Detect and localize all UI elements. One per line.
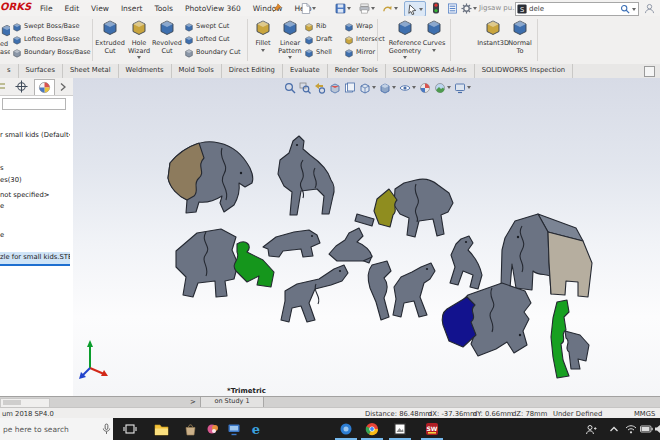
ribbon-button-revolved-cut[interactable]: RevolvedCut: [152, 18, 182, 62]
ribbon-button-hole-wizard[interactable]: HoleWizard: [126, 18, 152, 62]
taskbar-photos-icon[interactable]: [387, 420, 413, 438]
tray-battery-icon[interactable]: [639, 423, 653, 435]
ribbon-tab-weldments[interactable]: Weldments: [119, 64, 172, 78]
dropdown-icon[interactable]: [403, 56, 407, 59]
taskbar-edge-icon[interactable]: e: [243, 420, 269, 438]
units-indicator[interactable]: MMGS: [634, 410, 655, 418]
puzzle-animal-elephant[interactable]: [501, 214, 592, 297]
display-manager-tab[interactable]: [34, 79, 55, 95]
taskbar-blue-circle-icon[interactable]: [333, 420, 359, 438]
taskbar-search-box[interactable]: pe here to search: [0, 418, 113, 440]
ribbon-button-mirror[interactable]: Mirror: [344, 46, 375, 58]
dropdown-icon[interactable]: [467, 86, 471, 89]
dropdown-icon[interactable]: [392, 86, 396, 89]
qat-save-icon[interactable]: [335, 1, 351, 15]
menu-edit[interactable]: Edit: [59, 4, 86, 13]
microphone-icon[interactable]: [102, 423, 111, 435]
puzzle-animal-rhino[interactable]: [176, 229, 274, 297]
tab-scroll-right-icon[interactable]: >: [190, 398, 196, 406]
headsup-dynamic-annotation-icon[interactable]: [344, 82, 356, 94]
headsup-zoom-to-fit-icon[interactable]: [284, 82, 296, 94]
tree-item-6[interactable]: zle for small kids.STEP: [0, 252, 70, 266]
dropdown-icon[interactable]: [412, 86, 416, 89]
user-account-icon[interactable]: [644, 1, 655, 15]
tree-item-1[interactable]: s: [0, 163, 70, 174]
puzzle-animal-bison[interactable]: [442, 283, 531, 356]
headsup-display-style-icon[interactable]: [379, 82, 396, 94]
ribbon-button-normal-to[interactable]: NormalTo: [508, 18, 532, 62]
headsup-view-orientation-icon[interactable]: [359, 82, 376, 94]
dropdown-icon[interactable]: [371, 7, 375, 10]
dropdown-icon[interactable]: [394, 7, 398, 10]
menu-window[interactable]: Window: [247, 4, 289, 13]
dropdown-icon[interactable]: [261, 49, 265, 52]
taskbar-file-explorer-icon[interactable]: [148, 420, 174, 438]
property-manager-tab[interactable]: [12, 79, 31, 94]
taskbar-task-view-icon[interactable]: [117, 420, 143, 438]
menu-tools[interactable]: Tools: [148, 4, 178, 13]
dropdown-icon[interactable]: [419, 8, 423, 11]
qat-new-document-icon[interactable]: [300, 1, 316, 15]
puzzle-animal-bear[interactable]: [168, 142, 253, 213]
menu-photoview-360[interactable]: PhotoView 360: [179, 4, 247, 13]
tree-item-3[interactable]: not specified>: [0, 190, 70, 201]
headsup-hide-show-items-icon[interactable]: [399, 82, 416, 94]
ribbon-tab-direct-editing[interactable]: Direct Editing: [222, 64, 283, 78]
graphics-viewport[interactable]: [73, 78, 660, 396]
taskbar-chrome-icon[interactable]: [359, 420, 385, 438]
search-dropdown-icon[interactable]: [632, 8, 636, 11]
ribbon-button-shell[interactable]: Shell: [304, 46, 332, 58]
ribbon-button-instant3d[interactable]: Instant3D: [478, 18, 508, 62]
pin-icon[interactable]: [272, 1, 282, 15]
tray-network-icon[interactable]: [624, 423, 638, 435]
tray-volume-icon[interactable]: [652, 423, 660, 435]
qat-traffic-light-icon[interactable]: [432, 1, 440, 15]
qat-select-cursor-icon[interactable]: [404, 1, 426, 17]
taskbar-solidworks-app-icon[interactable]: SW: [419, 420, 445, 438]
qat-properties-list-icon[interactable]: [447, 1, 458, 15]
ribbon-button-fillet[interactable]: Fillet: [250, 18, 276, 62]
menu-view[interactable]: View: [85, 4, 115, 13]
dropdown-icon[interactable]: [432, 49, 436, 52]
ribbon-button-swept-boss-base[interactable]: Swept Boss/Base: [12, 20, 79, 32]
dropdown-icon[interactable]: [137, 56, 141, 59]
tray-tray-chevron-icon[interactable]: [607, 423, 621, 435]
ribbon-tab-solidworks-add-ins[interactable]: SOLIDWORKS Add-Ins: [386, 64, 475, 78]
headsup-edit-appearance-icon[interactable]: [419, 82, 431, 94]
headsup-section-view-icon[interactable]: [329, 82, 341, 94]
ribbon-button-reference-geometry[interactable]: ReferenceGeometry: [388, 18, 422, 62]
tray-people-icon[interactable]: [584, 423, 598, 435]
ribbon-button-curves[interactable]: Curves: [422, 18, 446, 62]
ribbon-button-lofted-boss-base[interactable]: Lofted Boss/Base: [12, 33, 80, 45]
ribbon-button-boundary-cut[interactable]: Boundary Cut: [184, 46, 241, 58]
dropdown-icon[interactable]: [372, 86, 376, 89]
puzzle-animal-dog-lying[interactable]: [263, 230, 320, 257]
menu-file[interactable]: File: [34, 4, 59, 13]
ribbon-button-extruded-cut[interactable]: ExtrudedCut: [96, 18, 124, 62]
puzzle-animal-camel[interactable]: [374, 179, 453, 237]
ribbon-tab-sheet-metal[interactable]: Sheet Metal: [63, 64, 119, 78]
puzzle-animal-llama[interactable]: [368, 261, 435, 320]
tree-item-0[interactable]: r small kids (Default<: [0, 130, 70, 141]
dropdown-icon[interactable]: [473, 7, 477, 10]
dropdown-icon[interactable]: [347, 7, 351, 10]
puzzle-animal-horse[interactable]: [278, 136, 334, 215]
qat-options-gear-icon[interactable]: [461, 1, 477, 15]
headsup-zoom-to-area-icon[interactable]: [299, 82, 311, 94]
puzzle-animal-squirrel[interactable]: [329, 228, 372, 261]
scrollbar-thumb[interactable]: [3, 400, 21, 405]
puzzle-animal-kangaroo[interactable]: [450, 236, 482, 289]
feature-tree-filter-input[interactable]: [2, 98, 66, 110]
ribbon-button-extruded-boss-base-clipped[interactable]: ed ase: [0, 18, 10, 62]
ribbon-tab-surfaces[interactable]: Surfaces: [19, 64, 63, 78]
qat-print-icon[interactable]: [359, 1, 375, 15]
search-magnifier-icon[interactable]: [620, 4, 630, 14]
puzzle-animal-dog-standing[interactable]: [281, 265, 348, 322]
ribbon-tab-mold-tools[interactable]: Mold Tools: [172, 64, 222, 78]
ribbon-button-linear-pattern[interactable]: LinearPattern: [276, 18, 304, 62]
headsup-view-settings-icon[interactable]: [454, 82, 471, 94]
tree-item-2[interactable]: es(30): [0, 175, 70, 186]
feature-tree-tab[interactable]: [0, 79, 11, 94]
headsup-apply-scene-icon[interactable]: [434, 82, 451, 94]
menu-insert[interactable]: Insert: [115, 4, 149, 13]
